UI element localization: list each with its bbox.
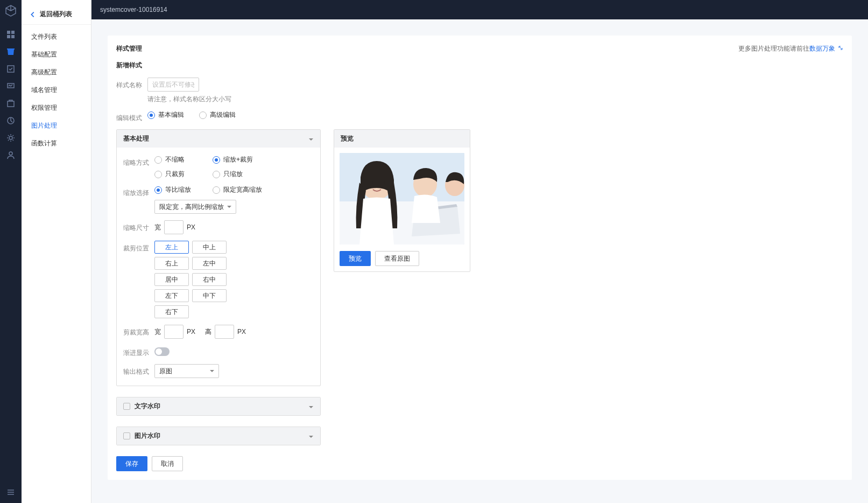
style-name-hint: 请注意，样式名称区分大小写 (147, 95, 843, 104)
sidebar-item-advanced-config[interactable]: 高级配置 (22, 64, 91, 81)
sidebar-item-file-list[interactable]: 文件列表 (22, 28, 91, 46)
crop-width-input[interactable] (164, 325, 184, 339)
scale-fixed-wh-radio[interactable]: 限定宽高缩放 (213, 185, 266, 194)
svg-rect-0 (7, 31, 10, 34)
crop-pos-mid-left[interactable]: 左中 (192, 257, 227, 270)
text-watermark-panel: 文字水印 (116, 397, 321, 416)
style-name-input[interactable] (147, 78, 199, 92)
preview-panel: 预览 (334, 129, 470, 272)
svg-point-13 (370, 181, 373, 184)
edit-mode-label: 编辑模式 (116, 110, 147, 123)
svg-rect-2 (7, 35, 10, 38)
thumb-scale-crop-radio[interactable]: 缩放+裁剪 (213, 155, 266, 164)
basic-panel-header[interactable]: 基本处理 (117, 130, 320, 148)
edit-mode-advanced-radio[interactable]: 高级编辑 (199, 110, 236, 120)
back-label: 返回桶列表 (40, 10, 72, 19)
text-watermark-checkbox[interactable] (123, 403, 130, 410)
scale-eq-ratio-radio[interactable]: 等比缩放 (154, 185, 208, 194)
image-watermark-checkbox[interactable] (123, 432, 130, 439)
sidebar: 返回桶列表 文件列表 基础配置 高级配置 域名管理 权限管理 图片处理 函数计算 (22, 0, 91, 503)
crop-height-input[interactable] (215, 325, 234, 339)
image-watermark-header[interactable]: 图片水印 (117, 427, 320, 445)
preview-image (340, 153, 464, 244)
thumb-crop-only-radio[interactable]: 只裁剪 (154, 170, 208, 179)
basic-process-panel: 基本处理 缩略方式 不缩略 缩放+裁剪 只裁剪 (116, 129, 321, 386)
rail-task-icon[interactable] (6, 65, 15, 73)
rail-overview-icon[interactable] (6, 30, 15, 39)
output-format-select[interactable]: 原图 (154, 364, 219, 378)
content-card: 样式管理 更多图片处理功能请前往数据万象 新增样式 样式名称 请注意，样式名称区… (108, 36, 852, 480)
section-title: 样式管理 (116, 44, 142, 53)
text-watermark-header[interactable]: 文字水印 (117, 397, 320, 415)
rail-user-icon[interactable] (6, 151, 15, 159)
style-name-label: 样式名称 (116, 78, 147, 90)
view-original-button[interactable]: 查看原图 (375, 251, 419, 266)
crop-position-grid: 左上 中上 右上 左中 居中 右中 左下 中下 (154, 241, 227, 318)
hint-link-wrap: 更多图片处理功能请前往数据万象 (738, 44, 843, 53)
sidebar-item-domain[interactable]: 域名管理 (22, 81, 91, 99)
rail-tool-icon[interactable] (6, 99, 15, 108)
crop-wh-label: 剪裁宽高 (123, 325, 154, 337)
crop-pos-top-left[interactable]: 左上 (154, 241, 189, 254)
arrow-left-icon (29, 11, 37, 18)
scale-select-label: 缩放选择 (123, 185, 154, 198)
crop-pos-mid-right[interactable]: 右中 (192, 273, 227, 286)
crop-pos-bottom-right[interactable]: 右下 (154, 305, 189, 318)
left-rail (0, 0, 22, 503)
rail-stats-icon[interactable] (6, 116, 15, 125)
sidebar-item-function[interactable]: 函数计算 (22, 135, 91, 152)
thumb-size-label: 缩略尺寸 (123, 220, 154, 233)
scale-ratio-select[interactable]: 限定宽，高同比例缩放 (154, 200, 236, 214)
rail-bucket-icon[interactable] (6, 47, 15, 56)
crop-pos-label: 裁剪位置 (123, 241, 154, 253)
bucket-name: systemcover-10016914 (100, 6, 167, 13)
svg-point-14 (382, 181, 385, 184)
progressive-toggle[interactable] (154, 347, 170, 356)
rail-settings-icon[interactable] (6, 134, 15, 142)
svg-rect-6 (8, 101, 14, 107)
crop-pos-center[interactable]: 居中 (154, 273, 189, 286)
preview-button[interactable]: 预览 (340, 251, 371, 266)
chevron-down-icon (308, 404, 314, 409)
thumb-scale-only-radio[interactable]: 只缩放 (213, 170, 266, 179)
data-link[interactable]: 数据万象 (809, 45, 843, 52)
svg-point-8 (9, 136, 12, 139)
svg-rect-1 (11, 31, 15, 34)
crop-pos-top-center[interactable]: 中上 (192, 241, 227, 254)
rail-monitor-icon[interactable] (6, 82, 15, 90)
svg-point-9 (9, 152, 12, 155)
subsection-title: 新增样式 (116, 61, 843, 70)
thumb-none-radio[interactable]: 不缩略 (154, 155, 208, 164)
crop-pos-bottom-left[interactable]: 左下 (154, 289, 189, 302)
edit-mode-basic-radio[interactable]: 基本编辑 (147, 110, 184, 120)
top-bar: systemcover-10016914 (91, 0, 868, 19)
sidebar-item-basic-config[interactable]: 基础配置 (22, 46, 91, 64)
sidebar-item-image-process[interactable]: 图片处理 (22, 117, 91, 135)
progressive-label: 渐进显示 (123, 345, 154, 358)
chevron-down-icon (308, 434, 314, 439)
cancel-button[interactable]: 取消 (152, 456, 183, 471)
sidebar-item-permission[interactable]: 权限管理 (22, 99, 91, 117)
output-format-label: 输出格式 (123, 364, 154, 376)
thumb-width-input[interactable] (164, 220, 184, 234)
thumb-mode-label: 缩略方式 (123, 155, 154, 167)
crop-pos-top-right[interactable]: 右上 (154, 257, 189, 270)
chevron-down-icon (308, 136, 314, 142)
image-watermark-panel: 图片水印 (116, 427, 321, 445)
external-link-icon (838, 45, 843, 51)
svg-rect-3 (11, 35, 15, 38)
back-to-bucket-list[interactable]: 返回桶列表 (22, 4, 91, 25)
preview-header: 预览 (334, 130, 470, 148)
crop-pos-bottom-center[interactable]: 中下 (192, 289, 227, 302)
save-button[interactable]: 保存 (116, 456, 147, 471)
product-logo-icon (4, 4, 17, 17)
rail-collapse-icon[interactable] (6, 488, 15, 497)
